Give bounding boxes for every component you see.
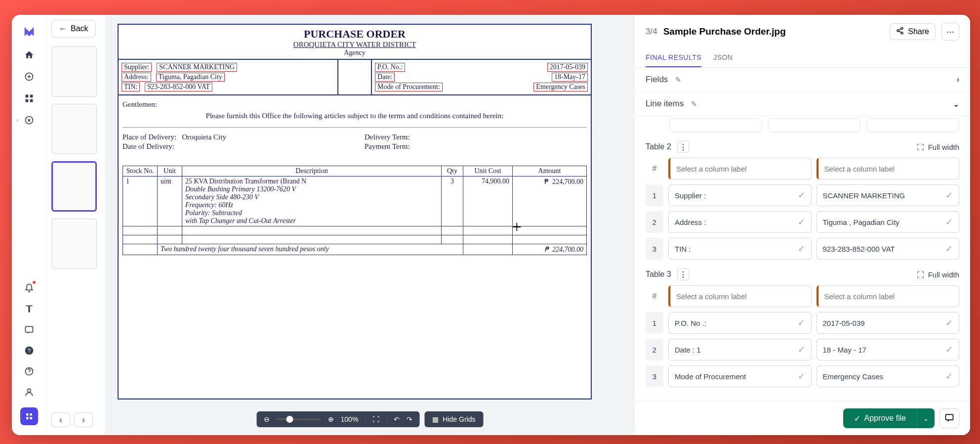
apps-icon[interactable] — [24, 93, 35, 104]
table-cell[interactable]: ✓ — [668, 238, 812, 260]
fit-icon[interactable]: ⛶ — [372, 415, 379, 423]
line-items-section[interactable]: Line items ✎ ⌄ — [635, 92, 970, 116]
table-cell[interactable]: ✓ — [668, 211, 812, 233]
add-icon[interactable] — [24, 71, 35, 82]
line-items-label: Line items — [646, 99, 684, 108]
svg-rect-13 — [26, 417, 29, 420]
table-cell[interactable]: ✓ — [817, 238, 960, 260]
help-outline-icon[interactable] — [24, 366, 35, 377]
tab-final-results[interactable]: FINAL RESULTS — [646, 48, 701, 67]
table-cell[interactable]: ✓ — [817, 312, 960, 334]
check-icon[interactable]: ✓ — [798, 190, 805, 201]
book-icon[interactable] — [24, 304, 35, 314]
home-icon[interactable] — [24, 49, 35, 60]
rotate-left-icon[interactable]: ↶ — [394, 415, 400, 423]
share-icon — [896, 27, 904, 37]
user-icon[interactable] — [24, 387, 35, 398]
table-cell[interactable]: ✓ — [817, 365, 960, 387]
svg-text:?: ? — [27, 347, 31, 354]
svg-rect-2 — [30, 95, 33, 98]
chat-button[interactable] — [939, 408, 959, 428]
table-2-title: Table 2 — [646, 142, 671, 151]
file-name: Sample Purchase Order.jpg — [663, 26, 884, 37]
document-page[interactable]: PURCHASE ORDER OROQUIETA CITY WATER DIST… — [118, 24, 592, 400]
back-label: Back — [71, 24, 88, 33]
svg-rect-1 — [25, 95, 28, 98]
table-3-col1-header[interactable] — [668, 285, 812, 307]
hash-header: # — [646, 158, 663, 179]
zoom-in-icon[interactable]: ⊕ — [328, 415, 334, 423]
table-cell[interactable]: ✓ — [668, 184, 812, 206]
bell-icon[interactable] — [24, 283, 35, 294]
svg-point-15 — [901, 27, 903, 29]
app-logo-icon — [22, 25, 36, 39]
zoom-slider[interactable] — [277, 418, 321, 420]
chevron-right-icon: › — [957, 75, 959, 84]
table-3-menu[interactable]: ⋮ — [677, 268, 689, 280]
help-filled-icon[interactable]: ? — [24, 345, 35, 356]
table-3-col2-header[interactable] — [817, 285, 960, 307]
check-icon[interactable]: ✓ — [945, 317, 953, 328]
full-width-button[interactable]: ⛶ Full width — [917, 270, 959, 279]
table-row-num: 1 — [646, 312, 663, 334]
more-options-button[interactable]: ⋯ — [941, 23, 959, 41]
full-width-button[interactable]: ⛶ Full width — [917, 143, 959, 151]
table-cell[interactable]: ✓ — [668, 312, 812, 334]
fields-section[interactable]: Fields ✎ › — [635, 68, 970, 92]
check-icon[interactable]: ✓ — [945, 190, 953, 201]
grid-icon: ▦ — [432, 415, 439, 423]
comment-icon[interactable] — [24, 324, 35, 335]
doc-agency: Agency — [119, 49, 591, 57]
table-2-col1-header[interactable] — [668, 158, 812, 179]
svg-point-10 — [27, 389, 31, 392]
back-button[interactable]: ← Back — [51, 20, 96, 38]
table-2-col2-header[interactable] — [817, 158, 960, 179]
pencil-icon[interactable]: ✎ — [675, 76, 681, 84]
document-viewer: PURCHASE ORDER OROQUIETA CITY WATER DIST… — [106, 15, 634, 435]
table-cell[interactable]: ✓ — [817, 211, 960, 233]
tab-json[interactable]: JSON — [713, 48, 733, 67]
compass-icon[interactable] — [24, 115, 35, 126]
zoom-out-icon[interactable]: ⊖ — [264, 415, 270, 423]
chat-icon — [944, 413, 954, 424]
share-button[interactable]: Share — [890, 23, 936, 40]
svg-point-17 — [901, 32, 903, 34]
check-icon: ✓ — [854, 414, 860, 423]
table-cell[interactable]: ✓ — [668, 339, 812, 360]
check-icon[interactable]: ✓ — [945, 344, 953, 355]
table-2-menu[interactable]: ⋮ — [677, 141, 689, 153]
result-tabs: FINAL RESULTS JSON — [635, 48, 970, 68]
check-icon[interactable]: ✓ — [798, 217, 805, 227]
approve-file-button[interactable]: ✓ Approve file — [843, 408, 917, 428]
svg-rect-11 — [26, 413, 29, 416]
svg-point-16 — [897, 30, 899, 32]
results-panel: 3/4 Sample Purchase Order.jpg Share ⋯ FI… — [634, 15, 970, 435]
check-icon[interactable]: ✓ — [945, 217, 953, 227]
grid-view-button[interactable] — [20, 407, 38, 425]
rotate-right-icon[interactable]: ↷ — [407, 415, 412, 423]
prev-page-button[interactable]: ‹ — [51, 412, 70, 427]
table-cell[interactable]: ✓ — [668, 365, 812, 387]
expand-icon: ⛶ — [917, 143, 924, 151]
check-icon[interactable]: ✓ — [798, 243, 805, 254]
line-items-table: Stock No. Unit Description Qty Unit Cost… — [122, 166, 587, 255]
page-thumbnail-4[interactable] — [51, 219, 97, 269]
page-thumbnail-1[interactable] — [51, 46, 97, 97]
check-icon[interactable]: ✓ — [798, 371, 805, 382]
hide-grids-button[interactable]: ▦ Hide Grids — [424, 411, 483, 427]
table-cell[interactable]: ✓ — [817, 339, 960, 360]
approve-dropdown-button[interactable]: ⌄ — [917, 408, 935, 428]
doc-subtitle: OROQUIETA CITY WATER DISTRICT — [119, 41, 591, 49]
next-page-button[interactable]: › — [74, 412, 93, 427]
check-icon[interactable]: ✓ — [945, 371, 953, 382]
nav-rail: ? — [12, 15, 46, 435]
page-thumbnail-3[interactable] — [51, 161, 97, 212]
crosshair-cursor-icon: + — [512, 218, 522, 236]
table-cell[interactable]: ✓ — [817, 184, 960, 206]
check-icon[interactable]: ✓ — [798, 317, 805, 328]
ellipsis-icon: ⋯ — [946, 27, 954, 37]
check-icon[interactable]: ✓ — [945, 243, 953, 254]
page-thumbnail-2[interactable] — [51, 104, 97, 154]
check-icon[interactable]: ✓ — [798, 344, 805, 355]
pencil-icon[interactable]: ✎ — [691, 100, 697, 108]
